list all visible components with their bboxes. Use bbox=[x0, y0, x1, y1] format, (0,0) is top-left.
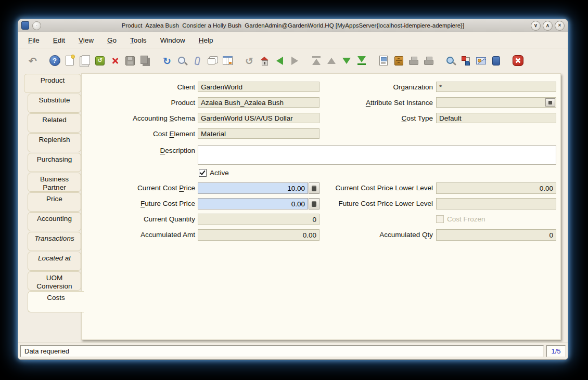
accumulated-qty-field[interactable]: 0 bbox=[436, 229, 556, 241]
copy-record-icon[interactable] bbox=[79, 55, 91, 67]
menu-go[interactable]: Go bbox=[103, 35, 121, 46]
menu-tools[interactable]: Tools bbox=[125, 35, 151, 46]
next-record-icon[interactable] bbox=[340, 55, 353, 67]
menu-bar: File Edit View Go Tools Window Help bbox=[18, 32, 568, 48]
new-record-icon[interactable] bbox=[63, 55, 76, 67]
title-bar: · Product Azalea Bush Consider a Holly B… bbox=[18, 19, 568, 32]
tab-price[interactable]: Price bbox=[28, 192, 81, 212]
future-cost-price-lower-level-label: Future Cost Price Lower Level bbox=[322, 198, 433, 209]
requery-icon[interactable]: ↻ bbox=[161, 55, 173, 67]
calculator-icon bbox=[312, 201, 316, 207]
save-copy-icon[interactable] bbox=[139, 55, 151, 67]
attribute-set-instance-field[interactable] bbox=[436, 97, 556, 108]
client-label: Client bbox=[82, 82, 195, 93]
tab-business-partner[interactable]: Business Partner bbox=[28, 173, 81, 192]
accumulated-amt-field[interactable]: 0.00 bbox=[198, 229, 319, 241]
client-field[interactable]: GardenWorld bbox=[198, 82, 319, 92]
report-icon[interactable] bbox=[377, 55, 390, 67]
description-field[interactable] bbox=[198, 145, 556, 165]
request-icon[interactable] bbox=[475, 55, 487, 67]
print-icon[interactable] bbox=[423, 55, 435, 67]
cost-type-label: Cost Type bbox=[322, 113, 433, 124]
save-icon[interactable] bbox=[124, 55, 136, 67]
tab-product[interactable]: Product bbox=[24, 74, 81, 93]
content-area: Product Substitute Related Replenish Pur… bbox=[18, 72, 568, 343]
organization-label: Organization bbox=[322, 82, 433, 93]
cost-frozen-checkbox bbox=[436, 215, 444, 223]
cost-type-field[interactable]: Default bbox=[436, 113, 556, 123]
attachment-icon[interactable] bbox=[191, 55, 203, 67]
zoom-across-icon[interactable] bbox=[444, 55, 457, 67]
delete-selection-icon[interactable] bbox=[109, 55, 121, 67]
previous-record-icon[interactable] bbox=[325, 55, 338, 67]
current-cost-price-lower-level-field[interactable]: 0.00 bbox=[436, 182, 556, 194]
tab-uom-conversion[interactable]: UOM Conversion bbox=[28, 271, 81, 291]
future-cost-price-lower-level-field[interactable] bbox=[436, 198, 556, 209]
find-icon[interactable] bbox=[176, 55, 188, 67]
costs-form-panel: Client GardenWorld Organization * Produc… bbox=[81, 73, 561, 340]
print-preview-icon[interactable] bbox=[407, 55, 420, 67]
tab-strip: Product Substitute Related Replenish Pur… bbox=[24, 74, 82, 313]
future-cost-price-calculator-button[interactable] bbox=[309, 198, 319, 209]
future-cost-price-label: Future Cost Price bbox=[82, 198, 195, 209]
attribute-set-instance-button[interactable] bbox=[545, 98, 555, 107]
window-menu-button[interactable]: · bbox=[32, 21, 41, 30]
archive-icon[interactable] bbox=[392, 55, 405, 67]
description-label: Description bbox=[82, 145, 195, 156]
minimize-icon[interactable]: ∨ bbox=[531, 21, 541, 31]
workflow-icon[interactable] bbox=[459, 55, 472, 67]
tab-accounting[interactable]: Accounting bbox=[28, 212, 81, 231]
accounting-schema-field[interactable]: GardenWorld US/A/US Dollar bbox=[198, 113, 319, 123]
active-checkbox-row: Active bbox=[199, 169, 229, 177]
current-cost-price-label: Current Cost Price bbox=[82, 182, 195, 193]
cost-frozen-label: Cost Frozen bbox=[447, 215, 485, 223]
undo-icon[interactable]: ↶ bbox=[27, 55, 39, 67]
tab-replenish[interactable]: Replenish bbox=[28, 133, 81, 152]
accounting-schema-label: Accounting Schema bbox=[82, 113, 195, 124]
product-field[interactable]: Azalea Bush_Azalea Bush bbox=[198, 97, 319, 108]
status-bar: Data requeried 1/5 bbox=[18, 343, 568, 359]
window-title: Product Azalea Bush Consider a Holly Bus… bbox=[18, 22, 568, 29]
organization-field[interactable]: * bbox=[436, 82, 556, 92]
tab-purchasing[interactable]: Purchasing bbox=[28, 153, 81, 172]
menu-help[interactable]: Help bbox=[194, 35, 218, 46]
record-indicator[interactable]: 1/5 bbox=[546, 345, 566, 357]
last-record-icon[interactable] bbox=[355, 55, 368, 67]
back-icon[interactable] bbox=[273, 55, 286, 67]
cost-element-field[interactable]: Material bbox=[198, 128, 319, 139]
future-cost-price-field[interactable]: 0.00 bbox=[198, 198, 308, 209]
application-window: · Product Azalea Bush Consider a Holly B… bbox=[18, 19, 568, 360]
current-quantity-field[interactable]: 0 bbox=[198, 214, 319, 225]
menu-file[interactable]: File bbox=[23, 35, 44, 46]
current-cost-price-calculator-button[interactable] bbox=[309, 182, 319, 194]
home-icon[interactable] bbox=[258, 55, 271, 67]
delete-record-icon[interactable]: ↺ bbox=[94, 55, 106, 67]
active-label: Active bbox=[210, 169, 229, 177]
help-icon[interactable]: ? bbox=[48, 55, 61, 67]
toolbar: ↶ ? ↺ ↻ ↺ bbox=[18, 48, 568, 73]
forward-icon[interactable] bbox=[288, 55, 301, 67]
menu-edit[interactable]: Edit bbox=[48, 35, 70, 46]
first-record-icon[interactable] bbox=[310, 55, 323, 67]
tab-costs[interactable]: Costs bbox=[28, 291, 84, 312]
menu-view[interactable]: View bbox=[74, 35, 98, 46]
tab-substitute[interactable]: Substitute bbox=[28, 94, 81, 113]
grid-toggle-icon[interactable] bbox=[221, 55, 234, 67]
current-cost-price-field[interactable]: 10.00 bbox=[198, 182, 308, 194]
history-icon[interactable]: ↺ bbox=[243, 55, 255, 67]
exit-icon[interactable] bbox=[512, 55, 524, 67]
menu-window[interactable]: Window bbox=[156, 35, 190, 46]
window-active-icon[interactable] bbox=[490, 55, 502, 67]
calculator-icon bbox=[312, 186, 316, 191]
maximize-icon[interactable]: ∧ bbox=[543, 21, 553, 31]
chat-icon[interactable] bbox=[206, 55, 219, 67]
tab-transactions[interactable]: Transactions bbox=[28, 232, 81, 251]
current-cost-price-widget: 10.00 bbox=[198, 182, 319, 194]
tab-located-at[interactable]: Located at bbox=[28, 252, 81, 271]
tab-related[interactable]: Related bbox=[28, 113, 81, 133]
cost-element-label: Cost Element bbox=[82, 128, 195, 139]
attribute-set-instance-label: Attribute Set Instance bbox=[322, 97, 433, 108]
active-checkbox[interactable] bbox=[199, 169, 207, 177]
close-icon[interactable]: × bbox=[555, 21, 565, 31]
status-message: Data requeried bbox=[20, 345, 544, 357]
